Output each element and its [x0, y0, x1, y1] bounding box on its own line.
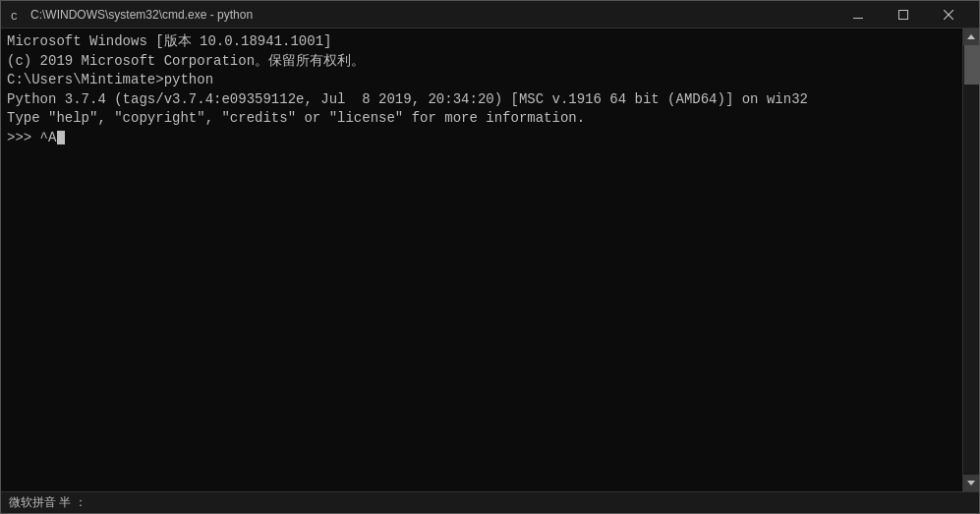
svg-marker-7: [967, 481, 975, 485]
cmd-window: C C:\WINDOWS\system32\cmd.exe - python: [0, 0, 980, 514]
title-bar: C C:\WINDOWS\system32\cmd.exe - python: [1, 1, 979, 29]
title-bar-left: C C:\WINDOWS\system32\cmd.exe - python: [9, 7, 253, 23]
svg-rect-2: [853, 18, 863, 19]
scroll-up-button[interactable]: [963, 29, 980, 45]
scroll-thumb[interactable]: [964, 45, 979, 85]
close-button[interactable]: [926, 1, 971, 29]
terminal-line-7: >>> ^A: [7, 129, 956, 148]
window-title: C:\WINDOWS\system32\cmd.exe - python: [30, 8, 253, 22]
terminal-content[interactable]: Microsoft Windows [版本 10.0.18941.1001] (…: [1, 29, 962, 491]
svg-text:C: C: [11, 11, 18, 22]
scrollbar[interactable]: [962, 29, 979, 491]
terminal-line-4: C:\Users\Mintimate>python: [7, 71, 956, 90]
svg-marker-6: [967, 34, 975, 39]
terminal-line-2: (c) 2019 Microsoft Corporation。保留所有权利。: [7, 52, 956, 72]
cursor: [57, 131, 65, 144]
terminal-line-1: Microsoft Windows [版本 10.0.18941.1001]: [7, 32, 956, 52]
minimize-button[interactable]: [836, 1, 881, 29]
cmd-icon: C: [9, 7, 25, 23]
maximize-button[interactable]: [881, 1, 926, 29]
terminal-body: Microsoft Windows [版本 10.0.18941.1001] (…: [1, 29, 979, 491]
title-bar-controls: [836, 1, 971, 29]
status-bar: 微软拼音 半 ：: [1, 491, 979, 513]
svg-rect-3: [899, 10, 908, 19]
scroll-track[interactable]: [963, 45, 979, 475]
scroll-down-button[interactable]: [963, 475, 980, 491]
terminal-line-6: Type "help", "copyright", "credits" or "…: [7, 109, 956, 129]
ime-status: 微软拼音 半 ：: [9, 494, 86, 511]
terminal-line-5: Python 3.7.4 (tags/v3.7.4:e09359112e, Ju…: [7, 90, 956, 110]
